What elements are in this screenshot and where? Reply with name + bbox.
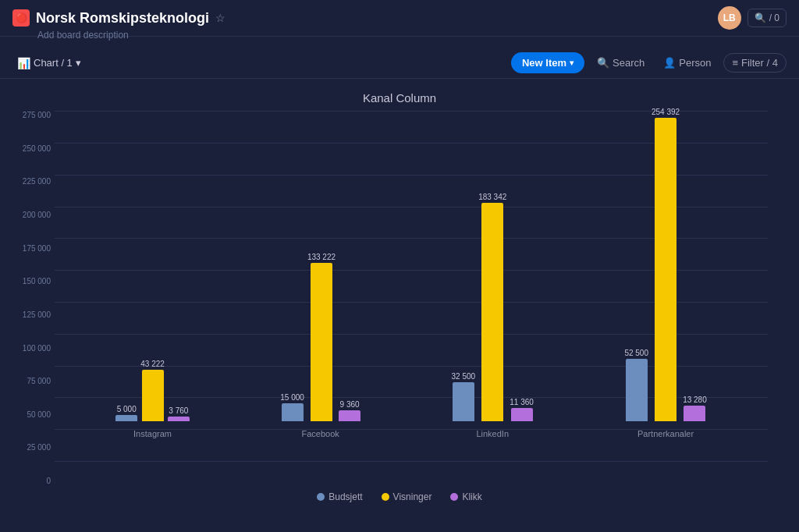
- bar-wrap: 11 360: [510, 398, 534, 421]
- chevron-down-icon: ▾: [570, 59, 574, 67]
- bar-klikk: [684, 406, 705, 421]
- bar-group: 5 00043 2223 760Instagram: [115, 360, 190, 438]
- person-button[interactable]: 👤 Person: [657, 54, 717, 72]
- chart-tab[interactable]: 📊 Chart / 1 ▾: [12, 54, 86, 73]
- notifications-button[interactable]: 🔍 / 0: [748, 9, 787, 27]
- bar-group: 52 500254 39213 280Partnerkanaler: [624, 108, 706, 438]
- chart-title: Kanal Column: [0, 79, 799, 111]
- top-bar-right: LB 🔍 / 0: [718, 6, 787, 30]
- star-icon[interactable]: ☆: [215, 12, 225, 24]
- bar-group-label: LinkedIn: [476, 429, 509, 438]
- bar-budsjett: [282, 403, 304, 421]
- bar-wrap: 133 222: [307, 253, 336, 421]
- legend-label: Klikk: [462, 491, 481, 502]
- bar-visninger: [481, 203, 503, 421]
- bar-visninger: [655, 118, 676, 421]
- legend-dot: [382, 493, 389, 501]
- chart-legend: BudsjettVisningerKlikk: [0, 491, 799, 502]
- person-icon: 👤: [663, 57, 676, 69]
- legend-dot: [317, 493, 325, 501]
- bar-klikk: [168, 417, 190, 421]
- bar-wrap: 5 000: [115, 405, 137, 421]
- bar-wrap: 43 222: [140, 360, 165, 421]
- bar-wrap: 3 760: [168, 406, 190, 421]
- sub-bar-right: New Item ▾ 🔍 Search 👤 Person ≡ Filter / …: [511, 52, 787, 73]
- app-icon: 🔴: [12, 9, 30, 27]
- board-description[interactable]: Add board description: [37, 30, 129, 41]
- bar-group-label: Partnerkanaler: [637, 429, 694, 438]
- bar-wrap: 15 000: [280, 393, 304, 421]
- bar-group: 15 000133 2229 360Facebook: [280, 253, 360, 438]
- filter-icon: ≡: [732, 57, 738, 69]
- legend-item: Klikk: [450, 491, 481, 502]
- bar-wrap: 32 500: [452, 372, 476, 421]
- bar-budsjett: [626, 359, 648, 421]
- bar-visninger: [311, 263, 332, 421]
- bar-wrap: 254 392: [652, 108, 680, 421]
- bar-group-label: Instagram: [133, 429, 172, 438]
- bar-budsjett: [115, 415, 137, 421]
- bar-wrap: 52 500: [624, 349, 648, 421]
- filter-button[interactable]: ≡ Filter / 4: [723, 53, 787, 73]
- search-icon: 🔍: [597, 57, 609, 69]
- sub-bar: 📊 Chart / 1 ▾ New Item ▾ 🔍 Search 👤 Pers…: [0, 48, 799, 79]
- legend-dot: [450, 493, 458, 501]
- chart-icon: 📊: [17, 57, 30, 69]
- legend-item: Budsjett: [317, 491, 362, 502]
- legend-item: Visninger: [382, 491, 432, 502]
- chart-wrapper: 025 00050 00075 000100 000125 000150 000…: [55, 111, 768, 485]
- bar-wrap: 183 342: [478, 193, 506, 421]
- legend-label: Budsjett: [328, 491, 362, 502]
- y-axis: 025 00050 00075 000100 000125 000150 000…: [4, 111, 51, 485]
- search-icon-sm: 🔍: [755, 12, 766, 23]
- bar-klikk: [339, 410, 360, 421]
- chart-container: Kanal Column 025 00050 00075 000100 0001…: [0, 79, 799, 518]
- bar-klikk: [511, 408, 533, 421]
- bar-visninger: [142, 370, 164, 421]
- avatar: LB: [718, 6, 741, 30]
- bars-area: 5 00043 2223 760Instagram15 000133 2229 …: [55, 111, 768, 438]
- search-button[interactable]: 🔍 Search: [591, 54, 651, 72]
- chevron-down-icon: ▾: [76, 57, 81, 69]
- new-item-button[interactable]: New Item ▾: [511, 52, 584, 73]
- bar-budsjett: [453, 382, 474, 421]
- bar-wrap: 9 360: [339, 400, 360, 421]
- legend-label: Visninger: [393, 491, 432, 502]
- bar-group-label: Facebook: [302, 429, 339, 438]
- board-title: Norsk Romskipsteknologi: [36, 10, 209, 27]
- bar-wrap: 13 280: [683, 395, 707, 421]
- bar-group: 32 500183 34211 360LinkedIn: [452, 193, 534, 438]
